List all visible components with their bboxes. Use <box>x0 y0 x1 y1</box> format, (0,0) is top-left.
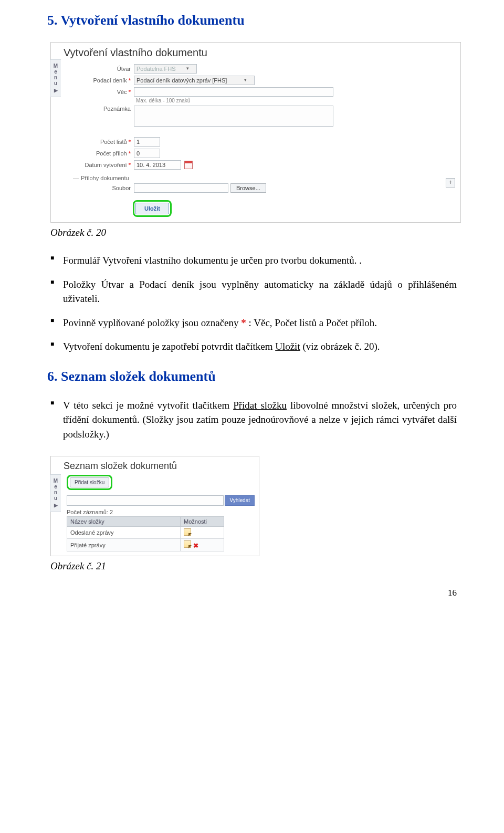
attachments-header: —Přílohy dokumentu <box>73 175 455 181</box>
browse-button[interactable]: Browse... <box>230 183 266 193</box>
list-title: Seznam složek dokumentů <box>64 461 255 472</box>
input-vec[interactable] <box>134 87 333 97</box>
select-utvar-value: Podatelna FHS <box>136 66 176 72</box>
textarea-poznamka[interactable] <box>134 106 333 127</box>
label-pocet-priloh: Počet příloh <box>68 150 134 157</box>
side-menu-tab[interactable]: Menu ▶ <box>50 59 61 97</box>
folder-name: Přijaté zprávy <box>67 539 181 551</box>
chevron-right-icon: ▶ <box>51 88 60 93</box>
select-utvar[interactable]: Podatelna FHS▾ <box>134 64 197 74</box>
search-button[interactable]: Vyhledat <box>225 495 255 506</box>
col-options: Možnosti <box>181 517 224 527</box>
add-attachment-button[interactable]: + <box>446 178 455 188</box>
chevron-right-icon: ▶ <box>51 503 60 508</box>
section6-heading: 6. Seznam složek dokumentů <box>47 369 457 384</box>
folder-table: Název složky Možnosti Odeslané zprávy Př… <box>67 516 224 551</box>
screenshot-form-create-document: Menu ▶ Vytvoření vlastního dokumentu Útv… <box>50 42 461 223</box>
section5-bullets: Formulář Vytvoření vlastního dokumentu j… <box>47 253 457 354</box>
label-soubor: Soubor <box>68 185 134 191</box>
hint-maxlen: Max. délka - 100 znaků <box>136 98 455 103</box>
side-menu-tab[interactable]: Menu ▶ <box>50 474 61 512</box>
highlight-add-folder: Přidat složku <box>67 475 112 490</box>
record-count: Počet záznamů: 2 <box>67 509 255 515</box>
table-row: Odeslané zprávy <box>67 527 224 539</box>
section5-heading: 5. Vytvoření vlastního dokumentu <box>47 13 457 28</box>
page-number: 16 <box>47 588 457 598</box>
form-title: Vytvoření vlastního dokumentu <box>64 47 455 59</box>
input-datum[interactable] <box>134 160 181 170</box>
search-input[interactable] <box>67 495 224 506</box>
chevron-down-icon: ▾ <box>186 66 189 71</box>
save-button[interactable]: Uložit <box>135 203 169 214</box>
bullet-4: Vytvoření dokumentu je zapotřebí potvrdi… <box>47 339 457 354</box>
delete-icon[interactable]: ✖ <box>193 542 198 549</box>
table-row: Přijaté zprávy ✖ <box>67 539 224 551</box>
caption-image-21: Obrázek č. 21 <box>50 560 457 572</box>
bullet-3: Povinně vyplňované položky jsou označeny… <box>47 316 457 330</box>
label-podaci-denik: Podací deník <box>68 77 134 84</box>
folder-name: Odeslané zprávy <box>67 527 181 539</box>
col-name: Název složky <box>67 517 181 527</box>
add-folder-button[interactable]: Přidat složku <box>70 477 109 487</box>
bullet-6-1: V této sekci je možné vytvořit tlačítkem… <box>47 398 457 442</box>
input-file-path[interactable] <box>134 183 228 193</box>
edit-icon[interactable] <box>184 540 191 548</box>
edit-icon[interactable] <box>184 528 191 536</box>
required-asterisk: * <box>241 317 246 328</box>
select-podaci-value: Podací deník datových zpráv [FHS] <box>136 77 227 84</box>
input-pocet-priloh[interactable] <box>134 149 160 158</box>
bullet-2: Položky Útvar a Podací deník jsou vyplně… <box>47 277 457 306</box>
label-datum-vytvoreni: Datum vytvoření <box>68 162 134 168</box>
label-pocet-listu: Počet listů <box>68 139 134 145</box>
calendar-icon[interactable] <box>184 161 193 169</box>
chevron-down-icon: ▾ <box>244 77 247 82</box>
bullet-1: Formulář Vytvoření vlastního dokumentu j… <box>47 253 457 268</box>
select-podaci-denik[interactable]: Podací deník datových zpráv [FHS]▾ <box>134 76 255 85</box>
screenshot-folder-list: Menu ▶ Seznam složek dokumentů Přidat sl… <box>50 456 259 556</box>
label-vec: Věc <box>68 89 134 95</box>
caption-image-20: Obrázek č. 20 <box>50 227 457 238</box>
label-poznamka: Poznámka <box>68 106 134 112</box>
input-pocet-listu[interactable] <box>134 137 160 147</box>
section6-bullets: V této sekci je možné vytvořit tlačítkem… <box>47 398 457 442</box>
label-utvar: Útvar <box>68 66 134 72</box>
highlight-save: Uložit <box>133 200 172 217</box>
